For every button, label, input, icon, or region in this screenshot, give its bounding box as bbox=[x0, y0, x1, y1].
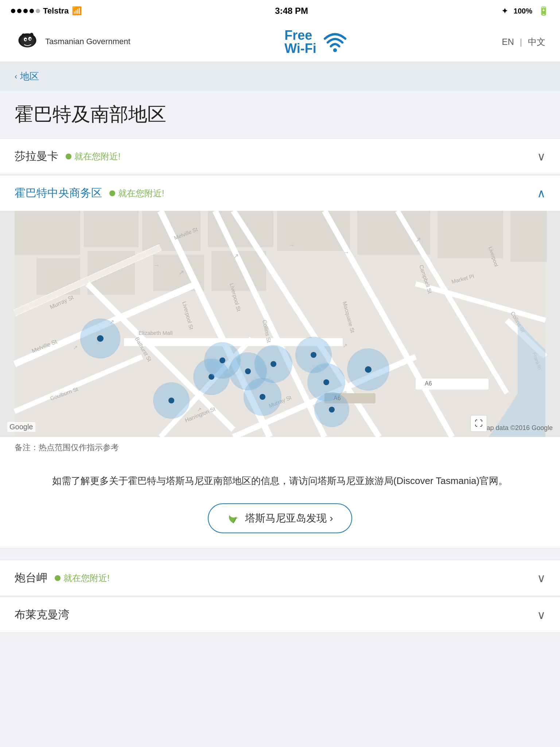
discover-button[interactable]: 塔斯马尼亚岛发现 › bbox=[208, 503, 352, 533]
breadcrumb-bar: ‹ 地区 bbox=[0, 62, 560, 91]
breadcrumb-link[interactable]: ‹ 地区 bbox=[15, 70, 545, 83]
section-hobart-cbd: 霍巴特中央商务区 就在您附近! ∧ bbox=[0, 175, 560, 548]
map-note: 备注：热点范围仅作指示参考 bbox=[0, 437, 560, 458]
wifi-status-icon: 📶 bbox=[72, 6, 82, 16]
fullscreen-button[interactable]: ⛶ bbox=[470, 415, 487, 432]
svg-point-60 bbox=[260, 394, 265, 400]
section-divider bbox=[0, 549, 560, 560]
hobart-chevron-icon: ∧ bbox=[537, 186, 545, 200]
svg-text:↗: ↗ bbox=[197, 406, 202, 413]
bruny-island-left: 布莱克曼湾 bbox=[15, 607, 69, 622]
svg-point-62 bbox=[168, 398, 174, 403]
svg-text:→: → bbox=[288, 241, 295, 249]
hobart-nearby-dot-icon bbox=[109, 190, 115, 196]
svg-text:↗: ↗ bbox=[343, 342, 347, 349]
section-battery-point: 炮台岬 就在您附近! ∨ bbox=[0, 560, 560, 596]
section-salamanca-header[interactable]: 莎拉曼卡 就在您附近! ∨ bbox=[0, 139, 560, 174]
logo-area: Tasmanian Government bbox=[15, 29, 131, 55]
info-text: 如需了解更多关于霍巴特与塔斯马尼亚南部地区的信息，请访问塔斯马尼亚旅游局(Dis… bbox=[29, 473, 531, 489]
brand-area: Free Wi-Fi bbox=[284, 28, 348, 55]
section-hobart-left: 霍巴特中央商务区 就在您附近! bbox=[15, 186, 164, 201]
carrier-label: Telstra bbox=[43, 6, 69, 16]
status-right: ✦ 100% 🔋 bbox=[502, 6, 549, 16]
signal-dots bbox=[11, 9, 40, 13]
discover-leaf-icon bbox=[227, 512, 240, 525]
time-display: 3:48 PM bbox=[275, 6, 308, 16]
svg-point-44 bbox=[97, 335, 104, 342]
svg-text:↗: ↗ bbox=[179, 269, 184, 276]
section-hobart-title: 霍巴特中央商务区 bbox=[15, 186, 102, 201]
svg-text:↗: ↗ bbox=[109, 319, 114, 325]
lang-divider: | bbox=[520, 37, 522, 47]
org-name-text: Tasmanian Government bbox=[45, 36, 131, 47]
salamanca-nearby-badge: 就在您附近! bbox=[66, 151, 121, 162]
discover-button-label: 塔斯马尼亚岛发现 › bbox=[245, 511, 333, 525]
tasmanian-logo-icon bbox=[15, 29, 40, 55]
nearby-dot-icon bbox=[66, 154, 71, 159]
battery-point-left: 炮台岬 就在您附近! bbox=[15, 570, 110, 585]
svg-point-6 bbox=[25, 39, 26, 40]
svg-rect-10 bbox=[15, 211, 80, 255]
header: Tasmanian Government Free Wi-Fi EN | 中文 bbox=[0, 22, 560, 62]
info-section: 如需了解更多关于霍巴特与塔斯马尼亚南部地区的信息，请访问塔斯马尼亚旅游局(Dis… bbox=[0, 458, 560, 548]
page-title-section: 霍巴特及南部地区 bbox=[0, 91, 560, 135]
svg-text:→: → bbox=[153, 262, 160, 269]
breadcrumb-label: 地区 bbox=[20, 70, 39, 83]
brand-free: Free bbox=[284, 29, 316, 42]
language-selector: EN | 中文 bbox=[502, 36, 545, 48]
battery-point-title: 炮台岬 bbox=[15, 570, 47, 585]
svg-point-64 bbox=[329, 407, 335, 413]
map-data-credit: Map data ©2016 Google bbox=[481, 424, 553, 432]
svg-point-8 bbox=[333, 48, 337, 52]
svg-rect-21 bbox=[510, 211, 547, 262]
svg-rect-11 bbox=[84, 211, 139, 247]
svg-point-58 bbox=[311, 352, 316, 358]
bruny-island-chevron-icon: ∨ bbox=[537, 608, 545, 622]
back-arrow-icon: ‹ bbox=[15, 72, 17, 81]
bluetooth-icon: ✦ bbox=[502, 7, 508, 15]
section-salamanca-left: 莎拉曼卡 就在您附近! bbox=[15, 149, 121, 164]
section-salamanca-title: 莎拉曼卡 bbox=[15, 149, 58, 164]
map-container[interactable]: A6 A6 Murray St Melville St Melville St … bbox=[0, 211, 560, 437]
svg-text:Elizabeth Mall: Elizabeth Mall bbox=[139, 330, 172, 336]
svg-point-7 bbox=[30, 38, 31, 39]
content-area: 莎拉曼卡 就在您附近! ∨ 霍巴特中央商务区 就在您附近! ∧ bbox=[0, 135, 560, 637]
section-battery-point-header[interactable]: 炮台岬 就在您附近! ∨ bbox=[0, 560, 560, 596]
wifi-signal-icon bbox=[322, 28, 348, 55]
lang-zh-button[interactable]: 中文 bbox=[528, 36, 545, 48]
svg-text:↗: ↗ bbox=[416, 236, 421, 243]
status-left: Telstra 📶 bbox=[11, 6, 82, 16]
svg-point-52 bbox=[271, 361, 276, 367]
battery-point-nearby-text: 就在您附近! bbox=[63, 572, 110, 584]
battery-point-nearby-dot bbox=[55, 575, 61, 581]
svg-point-48 bbox=[219, 357, 225, 363]
google-watermark: Google bbox=[7, 422, 35, 432]
hobart-nearby-badge: 就在您附近! bbox=[109, 187, 164, 199]
lang-en-button[interactable]: EN bbox=[502, 37, 514, 47]
section-bruny-island-header[interactable]: 布莱克曼湾 ∨ bbox=[0, 597, 560, 632]
svg-text:↗: ↗ bbox=[233, 252, 239, 260]
battery-level: 100% bbox=[514, 7, 532, 15]
map-svg: A6 A6 Murray St Melville St Melville St … bbox=[0, 211, 560, 437]
salamanca-nearby-text: 就在您附近! bbox=[74, 151, 121, 162]
svg-point-54 bbox=[365, 366, 372, 373]
brand-wifi: Wi-Fi bbox=[284, 42, 316, 55]
section-bruny-island: 布莱克曼湾 ∨ bbox=[0, 597, 560, 633]
salamanca-chevron-icon: ∨ bbox=[537, 150, 545, 163]
battery-point-chevron-icon: ∨ bbox=[537, 571, 545, 585]
bruny-island-title: 布莱克曼湾 bbox=[15, 607, 69, 622]
svg-text:→: → bbox=[343, 249, 349, 256]
hobart-nearby-text: 就在您附近! bbox=[118, 187, 164, 199]
svg-point-56 bbox=[323, 379, 329, 385]
battery-point-nearby: 就在您附近! bbox=[55, 572, 110, 584]
battery-icon: 🔋 bbox=[538, 6, 549, 16]
section-hobart-cbd-header[interactable]: 霍巴特中央商务区 就在您附近! ∧ bbox=[0, 175, 560, 211]
svg-point-50 bbox=[245, 368, 251, 374]
svg-text:↗: ↗ bbox=[73, 344, 78, 351]
status-bar: Telstra 📶 3:48 PM ✦ 100% 🔋 bbox=[0, 0, 560, 22]
page-title: 霍巴特及南部地区 bbox=[15, 102, 545, 127]
section-salamanca: 莎拉曼卡 就在您附近! ∨ bbox=[0, 138, 560, 174]
svg-text:A6: A6 bbox=[425, 380, 432, 387]
map-note-text: 备注：热点范围仅作指示参考 bbox=[15, 443, 119, 452]
